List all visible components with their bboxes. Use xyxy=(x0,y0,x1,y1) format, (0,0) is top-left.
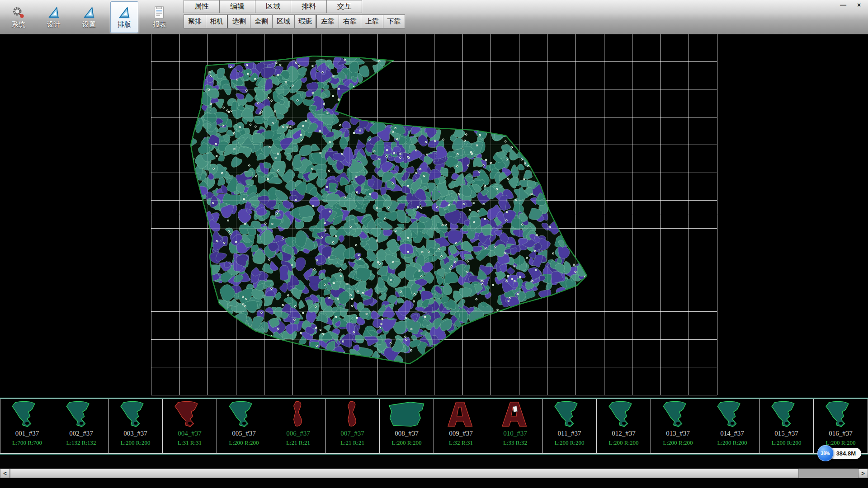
tool-button-2[interactable]: 相机 xyxy=(206,14,228,28)
piece-thumb-002_#37[interactable]: 002_#37L:132 R:132 xyxy=(54,399,108,454)
piece-lr-count: L:200 R:200 xyxy=(771,439,801,446)
main-button-label: 排版 xyxy=(118,20,131,29)
menu-tab-5[interactable]: 交互 xyxy=(326,0,362,13)
piece-thumb-004_#37[interactable]: 004_#37L:31 R:31 xyxy=(163,399,217,454)
scrollbar-track[interactable] xyxy=(10,469,858,478)
tool-button-row: 聚排相机选割全割区域瑕疵左靠右靠上靠下靠 xyxy=(184,14,405,28)
piece-shape xyxy=(384,400,429,429)
tool-button-3[interactable]: 选割 xyxy=(228,14,250,28)
ribbon-toolbar: 系统设计设置排版报表 属性编辑区域排料交互 聚排相机选割全割区域瑕疵左靠右靠上靠… xyxy=(0,0,868,34)
piece-name: 016_#37 xyxy=(829,429,853,438)
piece-lr-count: L:200 R:200 xyxy=(609,439,638,446)
menu-tab-4[interactable]: 排料 xyxy=(291,0,326,13)
piece-name: 015_#37 xyxy=(774,429,798,438)
piece-name: 001_#37 xyxy=(15,429,39,438)
piece-shape xyxy=(656,400,701,429)
minimize-button[interactable]: — xyxy=(836,1,850,9)
bottom-padding xyxy=(0,478,868,488)
scroll-left-arrow[interactable]: < xyxy=(0,469,10,478)
piece-name: 012_#37 xyxy=(612,429,636,438)
piece-name: 005_#37 xyxy=(232,429,256,438)
piece-thumb-011_#37[interactable]: 011_#37L:200 R:200 xyxy=(542,399,597,454)
horizontal-scrollbar[interactable]: < > xyxy=(0,469,868,478)
piece-shape xyxy=(710,400,755,429)
piece-thumb-015_#37[interactable]: 015_#37L:200 R:200 xyxy=(760,399,814,454)
nesting-workspace[interactable] xyxy=(0,34,868,398)
ruler-icon xyxy=(47,6,61,19)
pieces-strip: 001_#37L:700 R:700002_#37L:132 R:132003_… xyxy=(0,398,868,455)
piece-name: 010_#37 xyxy=(503,429,527,438)
tool-button-9[interactable]: 上靠 xyxy=(361,14,383,28)
main-button-4[interactable]: 排版 xyxy=(110,1,138,33)
main-button-1[interactable]: 系统 xyxy=(5,1,33,33)
piece-lr-count: L:200 R:200 xyxy=(229,439,259,446)
tool-button-6[interactable]: 瑕疵 xyxy=(294,14,316,28)
tool-button-5[interactable]: 区域 xyxy=(272,14,294,28)
piece-name: 014_#37 xyxy=(720,429,744,438)
main-button-5[interactable]: 报表 xyxy=(146,1,174,33)
piece-lr-count: L:200 R:200 xyxy=(663,439,693,446)
piece-shape xyxy=(330,400,375,429)
tool-button-7[interactable]: 左靠 xyxy=(316,14,339,28)
piece-name: 008_#37 xyxy=(395,429,419,438)
piece-thumb-010_#37[interactable]: 010_#37L:33 R:32 xyxy=(488,399,542,454)
tool-button-4[interactable]: 全割 xyxy=(250,14,272,28)
main-toolbar: 系统设计设置排版报表 xyxy=(0,0,177,34)
main-button-2[interactable]: 设计 xyxy=(40,1,68,33)
strip-gap xyxy=(0,455,868,469)
tool-button-8[interactable]: 右靠 xyxy=(339,14,361,28)
piece-thumb-003_#37[interactable]: 003_#37L:200 R:200 xyxy=(108,399,163,454)
piece-lr-count: L:31 R:31 xyxy=(178,439,202,446)
menu-tab-1[interactable]: 属性 xyxy=(184,0,219,13)
piece-thumb-012_#37[interactable]: 012_#37L:200 R:200 xyxy=(597,399,651,454)
close-button[interactable]: × xyxy=(852,1,866,9)
menu-area: 属性编辑区域排料交互 聚排相机选割全割区域瑕疵左靠右靠上靠下靠 xyxy=(184,0,405,34)
piece-thumb-013_#37[interactable]: 013_#37L:200 R:200 xyxy=(651,399,705,454)
report-icon xyxy=(153,6,166,19)
piece-thumb-005_#37[interactable]: 005_#37L:200 R:200 xyxy=(217,399,271,454)
app-window: 系统设计设置排版报表 属性编辑区域排料交互 聚排相机选割全割区域瑕疵左靠右靠上靠… xyxy=(0,0,868,488)
piece-name: 002_#37 xyxy=(69,429,93,438)
piece-thumb-014_#37[interactable]: 014_#37L:200 R:200 xyxy=(705,399,760,454)
menu-tab-3[interactable]: 区域 xyxy=(255,0,291,13)
piece-shape xyxy=(276,400,321,429)
piece-shape xyxy=(59,400,104,429)
status-indicator: 38% 384.8M xyxy=(817,445,861,461)
piece-thumb-006_#37[interactable]: 006_#37L:21 R:21 xyxy=(271,399,326,454)
tool-button-10[interactable]: 下靠 xyxy=(383,14,405,28)
scroll-right-arrow[interactable]: > xyxy=(858,469,868,478)
piece-shape xyxy=(601,400,646,429)
piece-lr-count: L:32 R:31 xyxy=(449,439,473,446)
piece-name: 004_#37 xyxy=(178,429,202,438)
piece-lr-count: L:200 R:200 xyxy=(120,439,150,446)
piece-thumb-007_#37[interactable]: 007_#37L:21 R:21 xyxy=(326,399,380,454)
main-button-label: 设计 xyxy=(47,20,61,29)
main-button-label: 设置 xyxy=(82,20,96,29)
memory-usage: 384.8M xyxy=(829,448,861,459)
piece-thumb-008_#37[interactable]: 008_#37L:200 R:200 xyxy=(380,399,434,454)
main-button-3[interactable]: 设置 xyxy=(75,1,103,33)
nesting-canvas[interactable] xyxy=(0,34,868,398)
piece-shape xyxy=(439,400,484,429)
piece-shape xyxy=(113,400,158,429)
tool-button-1[interactable]: 聚排 xyxy=(184,14,206,28)
piece-shape xyxy=(5,400,50,429)
menu-tab-row: 属性编辑区域排料交互 xyxy=(184,0,405,13)
piece-name: 003_#37 xyxy=(123,429,147,438)
piece-lr-count: L:200 R:200 xyxy=(554,439,584,446)
progress-badge: 38% xyxy=(817,445,834,461)
ruler-icon xyxy=(118,6,131,19)
menu-tab-2[interactable]: 编辑 xyxy=(219,0,255,13)
piece-lr-count: L:21 R:21 xyxy=(340,439,364,446)
piece-shape xyxy=(818,400,863,429)
piece-lr-count: L:33 R:32 xyxy=(503,439,527,446)
piece-thumb-009_#37[interactable]: 009_#37L:32 R:31 xyxy=(434,399,488,454)
piece-thumb-001_#37[interactable]: 001_#37L:700 R:700 xyxy=(0,399,54,454)
window-controls: — × xyxy=(836,1,866,9)
piece-shape xyxy=(547,400,592,429)
piece-lr-count: L:700 R:700 xyxy=(12,439,42,446)
scrollbar-thumb[interactable] xyxy=(10,469,799,478)
piece-shape xyxy=(764,400,809,429)
piece-name: 007_#37 xyxy=(340,429,364,438)
piece-shape xyxy=(222,400,267,429)
